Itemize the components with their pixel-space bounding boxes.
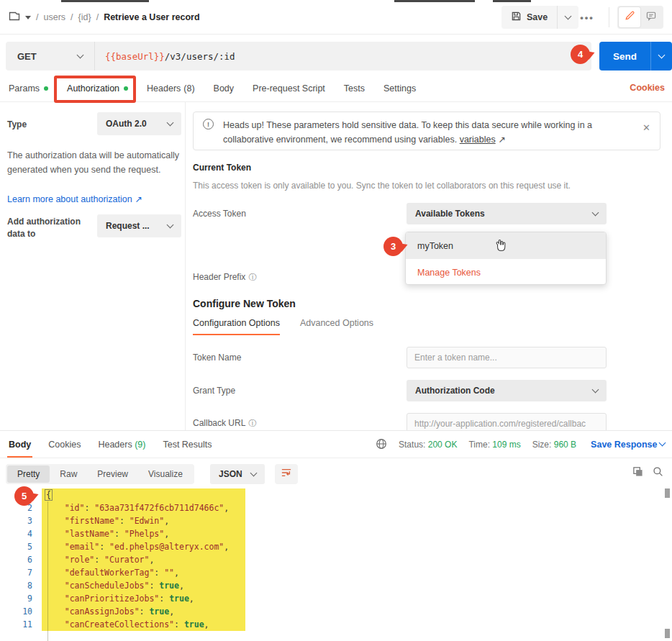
save-label: Save [527,12,548,22]
access-token-value: Available Tokens [415,209,485,219]
send-options-button[interactable] [650,42,672,71]
response-tab-headers[interactable]: Headers (9) [96,431,147,458]
status-value: 200 OK [428,440,458,450]
external-link-icon: ↗ [498,135,505,145]
method-select[interactable]: GET [6,42,95,71]
chevron-down-icon [167,222,174,229]
tab-headers[interactable]: Headers(8) [145,75,196,101]
auth-sidebar: Type OAuth 2.0 The authorization data wi… [0,102,186,430]
grant-type-select[interactable]: Authorization Code [407,380,607,401]
tab-pre-request-script[interactable]: Pre-request Script [251,75,327,101]
tab-configuration-options[interactable]: Configuration Options [193,318,280,335]
token-dropdown-menu: myToken Manage Tokens [405,232,607,285]
response-status-bar: Status: 200 OK Time: 109 ms Size: 960 B … [376,431,665,458]
view-raw[interactable]: Raw [50,465,87,483]
save-button[interactable]: Save [501,6,557,29]
search-icon[interactable] [653,466,663,480]
breadcrumb: / users / {id} / Retrieve a User record [9,11,200,24]
code-scrollbar[interactable] [665,487,670,640]
more-options-icon: ••• [580,12,594,23]
access-token-label: Access Token [193,209,246,219]
response-toolbar: Pretty Raw Preview Visualize JSON [0,463,672,486]
grant-type-value: Authorization Code [415,386,495,396]
response-tab-test-results[interactable]: Test Results [161,431,213,458]
add-to-label: Add authorization data to [7,216,92,240]
view-pretty[interactable]: Pretty [7,465,50,483]
scrollbar-thumb[interactable] [665,488,670,498]
save-icon [511,11,522,24]
code-line: 7 "defaultWorkerTag": "", [0,566,672,579]
response-body-editor[interactable]: 1{2 "id": "63aa731f472f6cb711d7466c",3 "… [0,486,672,641]
documentation-pane-button[interactable] [619,7,640,27]
chevron-down-icon [167,119,174,127]
indent-guide [47,501,48,641]
chevron-down-icon [592,209,599,217]
right-pane-toggle [617,6,663,29]
copy-icon[interactable] [632,466,643,480]
code-line: 5 "email": "ed.phelps@alteryx.com", [0,540,672,553]
time-label: Time: [468,440,490,450]
response-tab-body[interactable]: Body [7,431,32,458]
url-input[interactable]: {{baseUrl}}/v3/users/:id [95,51,591,62]
view-preview[interactable]: Preview [87,465,138,483]
breadcrumb-item-id[interactable]: {id} [78,12,91,22]
sensitive-data-warning: ! Heads up! These parameters hold sensit… [193,112,660,150]
callback-url-label: Callback URLⓘ [193,418,257,429]
collection-icon[interactable] [9,11,20,24]
warning-text: Heads up! These parameters hold sensitiv… [223,112,630,150]
callback-url-input[interactable] [407,413,607,430]
wrap-text-button[interactable] [275,464,298,484]
auth-dot-icon [124,86,128,91]
tab-settings[interactable]: Settings [382,75,417,101]
response-panel: Body Cookies Headers (9) Test Results St… [0,430,672,641]
code-line: 2 "id": "63aa731f472f6cb711d7466c", [0,501,672,514]
save-response-button[interactable]: Save Response [591,440,665,450]
menu-item-manage-tokens[interactable]: Manage Tokens [406,259,606,285]
annotation-step-3: 3 [383,237,403,256]
info-icon: ⓘ [248,419,257,427]
window-tab-remnant [394,0,475,2]
breadcrumb-item-users[interactable]: users [43,12,65,22]
scrollbar-thumb[interactable] [665,629,670,638]
wrap-text-icon [281,468,292,481]
close-icon[interactable]: ✕ [643,122,650,133]
breadcrumb-caret-icon[interactable] [25,16,31,19]
auth-description: The authorization data will be automatic… [7,148,181,177]
configure-tabs: Configuration Options Advanced Options [193,318,373,335]
url-path: /v3/users/:id [165,51,235,62]
request-title: Retrieve a User record [104,12,199,22]
code-line: 10 "canAssignJobs": true, [0,605,672,618]
method-value: GET [17,51,37,62]
menu-item-mytoken[interactable]: myToken [406,232,606,259]
tab-body[interactable]: Body [212,75,236,101]
tab-advanced-options[interactable]: Advanced Options [300,318,373,335]
access-token-select[interactable]: Available Tokens [407,203,607,224]
tab-tests[interactable]: Tests [342,75,366,101]
cookies-link[interactable]: Cookies [630,83,665,93]
response-tab-cookies[interactable]: Cookies [47,431,82,458]
globe-icon[interactable] [376,438,387,452]
comments-pane-button[interactable] [640,7,662,27]
current-token-title: Current Token [193,163,251,173]
tab-params[interactable]: Params [7,75,50,101]
auth-main: ! Heads up! These parameters hold sensit… [186,102,672,430]
chevron-down-icon [658,52,666,59]
add-to-value: Request ... [106,221,150,231]
send-label: Send [613,51,637,62]
send-button[interactable]: Send [599,42,650,71]
chevron-down-icon [77,52,84,59]
window-tab-remnant [61,0,149,2]
view-visualize[interactable]: Visualize [138,465,193,483]
token-name-input[interactable] [407,347,607,368]
token-name-label: Token Name [193,353,241,363]
tab-authorization[interactable]: Authorization [65,75,130,101]
variables-link[interactable]: variables [460,135,496,145]
window-tab-remnant [493,0,531,2]
configure-new-token-title: Configure New Token [193,298,296,309]
breadcrumb-sep: / [36,12,38,22]
auth-type-select[interactable]: OAuth 2.0 [97,112,181,135]
format-select[interactable]: JSON [210,464,265,484]
learn-more-link[interactable]: Learn more about authorization ↗ [7,194,142,204]
add-to-select[interactable]: Request ... [97,214,181,237]
more-options-button[interactable]: ••• [574,6,600,29]
